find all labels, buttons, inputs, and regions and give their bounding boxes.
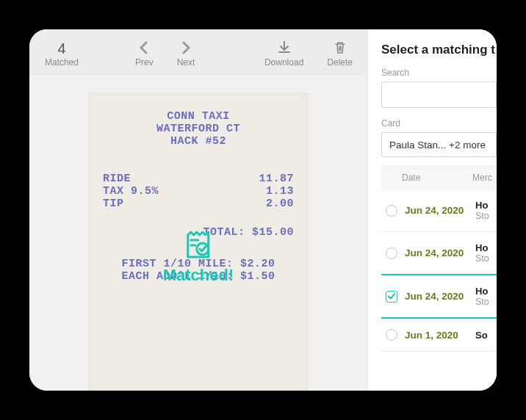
- delete-button[interactable]: Delete: [327, 40, 353, 68]
- card-select[interactable]: Paula Stan... +2 more: [381, 132, 497, 157]
- download-button[interactable]: Download: [264, 40, 303, 68]
- col-merchant: Merc: [472, 173, 492, 183]
- matched-counter: 4 Matched: [40, 41, 84, 68]
- card-select-value: Paula Stan... +2 more: [389, 140, 486, 151]
- row-merchant-sub: Sto: [475, 297, 489, 307]
- receipt-item-value: 2.00: [266, 198, 294, 210]
- row-merchant-name: So: [475, 330, 488, 341]
- download-icon: [278, 40, 291, 56]
- matched-label: Matched: [45, 57, 79, 68]
- receipt-line: CONN TAXI: [103, 110, 294, 123]
- row-date: Jun 24, 2020: [405, 291, 475, 302]
- row-date: Jun 24, 2020: [405, 247, 475, 258]
- row-merchant-name: Ho: [475, 242, 489, 253]
- receipt-viewport[interactable]: CONN TAXI WATERFORD CT HACK #52 RIDE11.8…: [29, 75, 367, 391]
- app-panel: 4 Matched Prev Next: [29, 29, 497, 391]
- row-date: Jun 1, 2020: [405, 330, 475, 341]
- row-radio[interactable]: [386, 247, 397, 259]
- row-radio[interactable]: [386, 291, 397, 303]
- prev-button[interactable]: Prev: [135, 40, 154, 68]
- row-merchant: HoSto: [475, 242, 489, 264]
- row-merchant-name: Ho: [475, 200, 489, 211]
- card-label: Card: [381, 118, 497, 128]
- next-button[interactable]: Next: [177, 40, 195, 68]
- receipt-line: WATERFORD CT: [103, 123, 294, 135]
- row-radio[interactable]: [386, 329, 397, 341]
- chevron-right-icon: [180, 40, 192, 56]
- row-merchant: HoSto: [475, 200, 489, 221]
- trash-icon: [334, 40, 347, 56]
- receipt-pane: 4 Matched Prev Next: [29, 29, 367, 391]
- toolbar: 4 Matched Prev Next: [29, 29, 367, 75]
- match-sidebar: Select a matching t Search Card Paula St…: [367, 29, 497, 391]
- search-input[interactable]: [381, 82, 497, 108]
- transaction-row[interactable]: Jun 24, 2020HoSto: [381, 189, 497, 232]
- row-merchant-name: Ho: [475, 286, 489, 297]
- receipt-check-icon: [182, 229, 215, 261]
- receipt-item-label: RIDE: [103, 173, 131, 185]
- receipt-item-value: 11.87: [259, 173, 294, 185]
- row-date: Jun 24, 2020: [405, 205, 475, 216]
- transaction-row[interactable]: Jun 1, 2020So: [381, 319, 497, 352]
- receipt-item-label: TAX 9.5%: [103, 185, 159, 198]
- chevron-left-icon: [138, 40, 150, 56]
- matched-count: 4: [57, 41, 65, 56]
- matched-overlay-label: Matched!: [163, 266, 234, 285]
- transaction-row[interactable]: Jun 24, 2020HoSto: [381, 274, 497, 319]
- transactions-header: Date Merc: [381, 166, 497, 189]
- row-radio[interactable]: [386, 205, 397, 217]
- sidebar-title: Select a matching t: [381, 43, 497, 57]
- col-date: Date: [402, 173, 472, 183]
- row-merchant-sub: Sto: [475, 211, 489, 221]
- row-merchant: HoSto: [475, 286, 489, 307]
- search-label: Search: [381, 68, 497, 78]
- receipt-item-value: 1.13: [266, 185, 294, 198]
- receipt-item-label: TIP: [103, 198, 124, 210]
- matched-overlay: Matched!: [163, 229, 234, 285]
- row-merchant: So: [475, 330, 488, 341]
- row-merchant-sub: Sto: [475, 253, 489, 264]
- transactions-list: Jun 24, 2020HoStoJun 24, 2020HoStoJun 24…: [381, 189, 497, 352]
- transaction-row[interactable]: Jun 24, 2020HoSto: [381, 232, 497, 275]
- receipt-line: HACK #52: [103, 135, 294, 148]
